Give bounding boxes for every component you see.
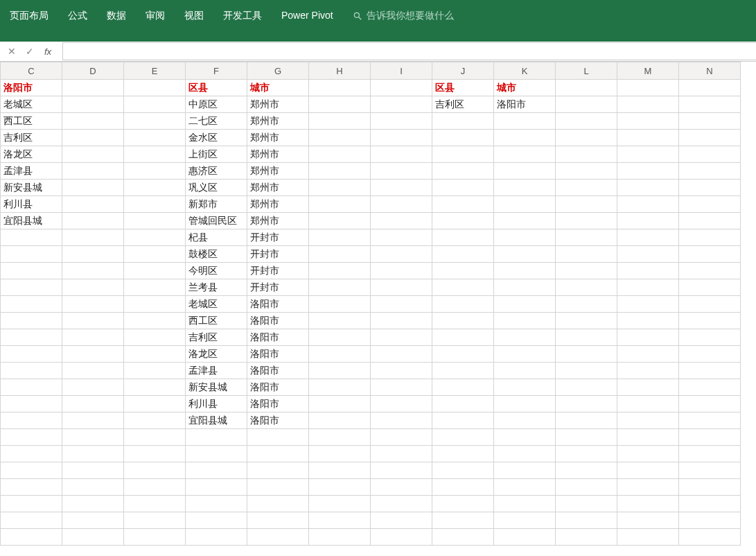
cell[interactable] [309, 263, 371, 279]
cell[interactable]: 郑州市 [247, 130, 309, 146]
cell[interactable] [432, 462, 494, 479]
cell[interactable] [371, 379, 432, 396]
cell[interactable]: 洛阳市 [247, 313, 309, 329]
cell[interactable] [309, 246, 371, 263]
cell[interactable] [62, 363, 124, 379]
cell[interactable] [371, 412, 432, 429]
cell[interactable] [62, 279, 124, 296]
cell[interactable] [679, 446, 741, 462]
cell[interactable] [494, 246, 556, 263]
cell[interactable]: 吉利区 [186, 329, 247, 346]
cell[interactable]: 金水区 [186, 130, 247, 146]
column-header[interactable]: H [309, 62, 371, 80]
cell[interactable] [309, 80, 371, 96]
cell[interactable]: 管城回民区 [186, 213, 247, 229]
cell[interactable] [556, 296, 617, 313]
cell[interactable] [432, 429, 494, 446]
cell[interactable] [371, 346, 432, 363]
cell[interactable] [124, 196, 186, 213]
cell[interactable] [556, 462, 617, 479]
cell[interactable] [679, 163, 741, 180]
cell[interactable]: 宜阳县城 [1, 213, 62, 229]
cell[interactable]: 郑州市 [247, 163, 309, 180]
cell[interactable] [124, 263, 186, 279]
cell[interactable] [617, 113, 679, 130]
cell[interactable] [617, 146, 679, 163]
cell[interactable] [371, 396, 432, 412]
cell[interactable] [62, 496, 124, 512]
cell[interactable] [247, 429, 309, 446]
cell[interactable] [124, 146, 186, 163]
cell[interactable] [432, 313, 494, 329]
cell[interactable] [309, 279, 371, 296]
column-header[interactable]: E [124, 62, 186, 80]
column-header[interactable]: L [556, 62, 617, 80]
cell[interactable] [556, 512, 617, 529]
cell[interactable] [124, 329, 186, 346]
cell[interactable] [124, 396, 186, 412]
cell[interactable] [62, 196, 124, 213]
cell[interactable] [309, 512, 371, 529]
cell[interactable] [494, 196, 556, 213]
cell[interactable] [371, 246, 432, 263]
cell[interactable] [371, 363, 432, 379]
cell[interactable] [62, 163, 124, 180]
cell[interactable] [679, 396, 741, 412]
cell[interactable] [494, 396, 556, 412]
cell[interactable] [124, 80, 186, 96]
cell[interactable] [617, 96, 679, 113]
cell[interactable] [62, 512, 124, 529]
cell[interactable]: 惠济区 [186, 163, 247, 180]
cell[interactable] [432, 163, 494, 180]
ribbon-search[interactable]: 告诉我你想要做什么 [343, 6, 464, 26]
cell[interactable] [371, 296, 432, 313]
cell[interactable] [62, 96, 124, 113]
cell[interactable] [617, 529, 679, 546]
cell[interactable] [556, 163, 617, 180]
ribbon-tab[interactable]: 页面布局 [0, 6, 58, 26]
cell[interactable]: 巩义区 [186, 180, 247, 196]
cell[interactable] [494, 363, 556, 379]
formula-input[interactable] [62, 42, 756, 60]
cell[interactable] [309, 229, 371, 246]
cell[interactable] [494, 446, 556, 462]
cell[interactable] [617, 130, 679, 146]
cell[interactable] [371, 196, 432, 213]
cell[interactable] [556, 346, 617, 363]
cell[interactable] [371, 329, 432, 346]
cell[interactable]: 利川县 [186, 396, 247, 412]
cell[interactable] [432, 379, 494, 396]
cell[interactable]: 西工区 [186, 313, 247, 329]
cell[interactable]: 利川县 [1, 196, 62, 213]
cell[interactable]: 城市 [494, 80, 556, 96]
cell[interactable]: 杞县 [186, 229, 247, 246]
cell[interactable] [62, 462, 124, 479]
cell[interactable] [1, 379, 62, 396]
cell[interactable]: 开封市 [247, 246, 309, 263]
cell[interactable] [494, 163, 556, 180]
cell[interactable] [62, 313, 124, 329]
column-header[interactable]: I [371, 62, 432, 80]
cell[interactable] [432, 180, 494, 196]
cell[interactable] [371, 429, 432, 446]
cell[interactable] [679, 213, 741, 229]
cell[interactable] [556, 363, 617, 379]
cell[interactable] [432, 396, 494, 412]
cell[interactable] [679, 462, 741, 479]
cell[interactable] [617, 363, 679, 379]
cell[interactable] [62, 80, 124, 96]
cell[interactable] [124, 512, 186, 529]
cell[interactable] [617, 229, 679, 246]
cell[interactable] [1, 396, 62, 412]
cell[interactable] [617, 412, 679, 429]
cell[interactable] [679, 246, 741, 263]
cell[interactable] [432, 113, 494, 130]
cell[interactable] [494, 412, 556, 429]
cell[interactable] [186, 429, 247, 446]
cell[interactable] [556, 396, 617, 412]
cell[interactable] [371, 263, 432, 279]
cell[interactable]: 区县 [186, 80, 247, 96]
cell[interactable] [371, 512, 432, 529]
cell[interactable] [62, 412, 124, 429]
cell[interactable] [1, 429, 62, 446]
